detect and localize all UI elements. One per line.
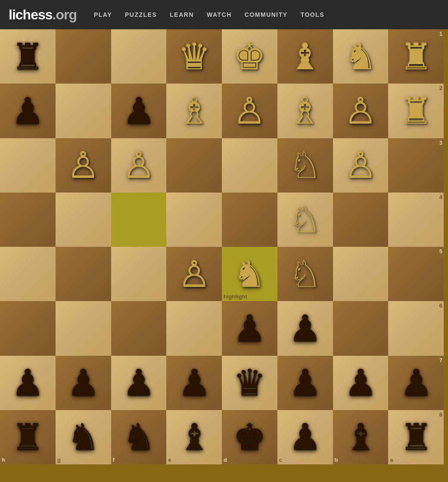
- square-h4[interactable]: 5: [388, 247, 444, 301]
- rank-label-2: 2: [439, 85, 442, 91]
- file-label-h: h: [2, 457, 5, 463]
- chess-board-container: ♜♛♚♝♞1♜♟♟♗♙♗♙2♜♙♙♘♙3♘4♙highlight♞♘5♟♟6♟♟…: [0, 29, 448, 482]
- rank-label-3: 3: [439, 140, 442, 146]
- piece-e8: ♚: [222, 29, 277, 84]
- piece-d8: ♛: [166, 29, 222, 84]
- piece-c2: ♟: [111, 356, 167, 410]
- piece-a1: ♜: [0, 410, 56, 464]
- square-e4[interactable]: highlight♞: [222, 247, 277, 301]
- header: lichess.org PLAYPUZZLESLEARNWATCHCOMMUNI…: [0, 0, 448, 29]
- square-c8[interactable]: [111, 29, 167, 84]
- square-e8[interactable]: ♚: [222, 29, 277, 84]
- piece-d4: ♙: [166, 247, 222, 301]
- square-h7[interactable]: 2♜: [388, 84, 444, 138]
- piece-c7: ♟: [111, 84, 167, 138]
- square-a4[interactable]: [0, 247, 56, 301]
- piece-e2: ♛: [222, 356, 277, 410]
- file-label-f: f: [113, 457, 115, 463]
- square-g2[interactable]: ♟: [333, 356, 389, 410]
- square-b5[interactable]: [56, 193, 111, 247]
- piece-d1: ♝: [166, 410, 222, 464]
- piece-h7: ♜: [388, 84, 444, 138]
- square-e2[interactable]: ♛: [222, 356, 277, 410]
- square-a7[interactable]: ♟: [0, 84, 56, 138]
- square-g5[interactable]: [333, 193, 389, 247]
- square-e5[interactable]: [222, 193, 277, 247]
- square-d1[interactable]: e♝: [166, 410, 222, 464]
- square-d6[interactable]: [166, 138, 222, 193]
- piece-e7: ♙: [222, 84, 277, 138]
- square-a1[interactable]: h♜: [0, 410, 56, 464]
- square-b8[interactable]: [56, 29, 111, 84]
- piece-h8: ♜: [388, 29, 444, 84]
- square-d3[interactable]: [166, 301, 222, 355]
- piece-h1: ♜: [388, 410, 444, 464]
- square-d4[interactable]: ♙: [166, 247, 222, 301]
- square-f4[interactable]: ♘: [277, 247, 333, 301]
- square-h6[interactable]: 3: [388, 138, 444, 193]
- square-g4[interactable]: [333, 247, 389, 301]
- piece-e4: ♞: [222, 247, 277, 301]
- nav-item-tools[interactable]: TOOLS: [301, 9, 324, 20]
- square-a5[interactable]: [0, 193, 56, 247]
- nav-item-play[interactable]: PLAY: [94, 9, 112, 20]
- square-g6[interactable]: ♙: [333, 138, 389, 193]
- square-d2[interactable]: ♟: [166, 356, 222, 410]
- nav-item-puzzles[interactable]: PUZZLES: [125, 9, 157, 20]
- square-g8[interactable]: ♞: [333, 29, 389, 84]
- square-c4[interactable]: [111, 247, 167, 301]
- square-e6[interactable]: [222, 138, 277, 193]
- piece-f1: ♟: [277, 410, 333, 464]
- square-h2[interactable]: 7♟: [388, 356, 444, 410]
- file-label-g: g: [57, 457, 61, 463]
- square-c3[interactable]: [111, 301, 167, 355]
- square-d5[interactable]: [166, 193, 222, 247]
- square-c2[interactable]: ♟: [111, 356, 167, 410]
- square-g3[interactable]: [333, 301, 389, 355]
- square-h1[interactable]: 8a♜: [388, 410, 444, 464]
- square-c5[interactable]: [111, 193, 167, 247]
- square-b7[interactable]: [56, 84, 111, 138]
- piece-f8: ♝: [277, 29, 333, 84]
- square-h5[interactable]: 4: [388, 193, 444, 247]
- square-a2[interactable]: ♟: [0, 356, 56, 410]
- square-f6[interactable]: ♘: [277, 138, 333, 193]
- square-h3[interactable]: 6: [388, 301, 444, 355]
- piece-h2: ♟: [388, 356, 444, 410]
- square-a6[interactable]: [0, 138, 56, 193]
- square-f5[interactable]: ♘: [277, 193, 333, 247]
- square-c1[interactable]: f♞: [111, 410, 167, 464]
- square-b6[interactable]: ♙: [56, 138, 111, 193]
- square-f3[interactable]: ♟: [277, 301, 333, 355]
- square-f8[interactable]: ♝: [277, 29, 333, 84]
- square-f2[interactable]: ♟: [277, 356, 333, 410]
- square-b1[interactable]: g♞: [56, 410, 111, 464]
- square-d8[interactable]: ♛: [166, 29, 222, 84]
- square-a3[interactable]: [0, 301, 56, 355]
- square-a8[interactable]: ♜: [0, 29, 56, 84]
- file-label-highlight: highlight: [224, 293, 247, 300]
- piece-a7: ♟: [0, 84, 56, 138]
- logo[interactable]: lichess.org: [9, 7, 77, 23]
- square-b2[interactable]: ♟: [56, 356, 111, 410]
- square-d7[interactable]: ♗: [166, 84, 222, 138]
- square-e7[interactable]: ♙: [222, 84, 277, 138]
- nav-item-learn[interactable]: LEARN: [170, 9, 194, 20]
- square-h8[interactable]: 1♜: [388, 29, 444, 84]
- chess-board[interactable]: ♜♛♚♝♞1♜♟♟♗♙♗♙2♜♙♙♘♙3♘4♙highlight♞♘5♟♟6♟♟…: [0, 29, 444, 464]
- nav-item-community[interactable]: COMMUNITY: [245, 9, 288, 20]
- square-f1[interactable]: c♟: [277, 410, 333, 464]
- square-g7[interactable]: ♙: [333, 84, 389, 138]
- nav-item-watch[interactable]: WATCH: [207, 9, 232, 20]
- square-f7[interactable]: ♗: [277, 84, 333, 138]
- square-c7[interactable]: ♟: [111, 84, 167, 138]
- square-b4[interactable]: [56, 247, 111, 301]
- square-c6[interactable]: ♙: [111, 138, 167, 193]
- piece-b6: ♙: [56, 138, 111, 193]
- piece-f4: ♘: [277, 247, 333, 301]
- square-b3[interactable]: [56, 301, 111, 355]
- square-g1[interactable]: b♝: [333, 410, 389, 464]
- logo-tld: .org: [53, 7, 77, 22]
- square-e1[interactable]: d♚: [222, 410, 277, 464]
- square-e3[interactable]: ♟: [222, 301, 277, 355]
